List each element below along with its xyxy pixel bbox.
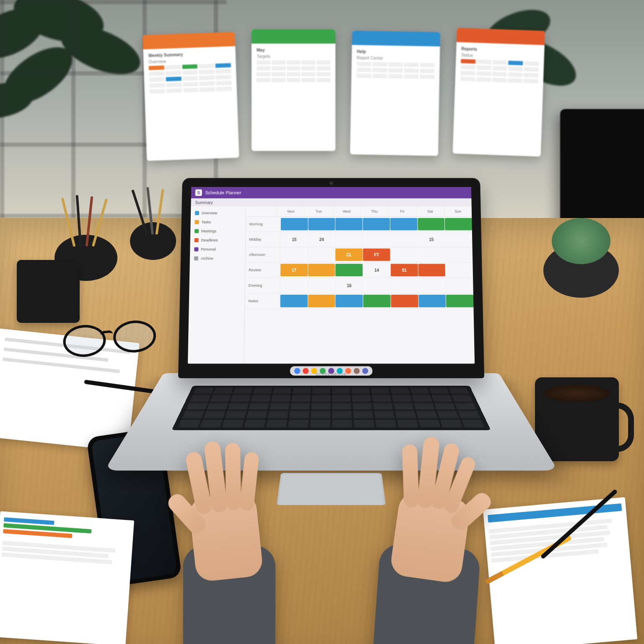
grid-cell-2-3[interactable]: FT bbox=[363, 247, 390, 262]
schedule-block[interactable] bbox=[308, 264, 335, 276]
grid-cell-2-0[interactable] bbox=[280, 247, 308, 262]
schedule-block[interactable] bbox=[418, 295, 446, 307]
app-window: S Schedule Planner Summary OverviewTasks… bbox=[188, 187, 475, 364]
grid-cell-4-6[interactable] bbox=[445, 278, 473, 293]
schedule-block[interactable] bbox=[418, 218, 445, 230]
sidebar-swatch-icon bbox=[195, 211, 199, 215]
bg-card-2-head bbox=[252, 29, 335, 44]
column-header-0[interactable]: Mon bbox=[277, 207, 305, 216]
schedule-block[interactable] bbox=[391, 295, 418, 307]
grid-cell-3-6[interactable] bbox=[445, 262, 473, 278]
grid-cell-0-0[interactable] bbox=[280, 217, 308, 231]
dock-app-icon-1[interactable] bbox=[303, 368, 309, 374]
grid-cell-0-4[interactable] bbox=[390, 217, 418, 231]
grid-cell-5-2[interactable] bbox=[335, 293, 363, 309]
column-header-4[interactable]: Fri bbox=[388, 207, 416, 216]
bg-card-3-sub: Report Center bbox=[357, 55, 435, 61]
grid-cell-1-5[interactable]: 15 bbox=[417, 232, 445, 247]
schedule-block[interactable] bbox=[446, 295, 473, 307]
sidebar-item-4[interactable]: Personal bbox=[192, 246, 243, 253]
grid-cell-5-5[interactable] bbox=[418, 293, 446, 309]
grid-cell-4-3[interactable] bbox=[363, 278, 390, 293]
grid-cell-3-2[interactable] bbox=[335, 262, 363, 278]
column-header-2[interactable]: Wed bbox=[332, 207, 360, 216]
schedule-block[interactable] bbox=[445, 218, 472, 230]
dock-app-icon-7[interactable] bbox=[354, 368, 360, 374]
coffee-mug bbox=[535, 377, 619, 461]
grid-cell-2-5[interactable] bbox=[418, 247, 445, 262]
grid-cell-5-3[interactable] bbox=[363, 293, 390, 309]
schedule-block[interactable]: 01 bbox=[391, 264, 418, 276]
schedule-block[interactable] bbox=[418, 264, 445, 276]
grid-cell-3-1[interactable] bbox=[308, 262, 335, 278]
schedule-block[interactable] bbox=[335, 295, 363, 307]
grid-cell-3-3[interactable]: 14 bbox=[363, 262, 390, 278]
schedule-block[interactable] bbox=[335, 264, 363, 276]
sidebar-swatch-icon bbox=[195, 238, 199, 242]
grid-cell-4-5[interactable] bbox=[418, 278, 446, 293]
sidebar-item-5[interactable]: Archive bbox=[192, 255, 243, 262]
schedule-block[interactable] bbox=[390, 218, 418, 230]
grid-cell-1-3[interactable] bbox=[363, 232, 390, 247]
grid-cell-2-6[interactable] bbox=[445, 247, 473, 262]
grid-cell-1-1[interactable]: 24 bbox=[308, 232, 335, 247]
right-hand bbox=[334, 422, 514, 644]
grid-cell-0-3[interactable] bbox=[363, 217, 390, 231]
grid-cell-0-1[interactable] bbox=[308, 217, 335, 231]
grid-cell-3-5[interactable] bbox=[418, 262, 445, 278]
grid-cell-0-6[interactable] bbox=[444, 217, 472, 231]
sidebar-item-label: Meetings bbox=[201, 229, 216, 233]
grid-row-4: Evening16 bbox=[245, 278, 473, 293]
grid-cell-5-1[interactable] bbox=[307, 293, 335, 309]
schedule-block[interactable]: CL bbox=[335, 249, 363, 261]
grid-cell-4-0[interactable] bbox=[280, 278, 308, 293]
grid-cell-1-0[interactable]: 15 bbox=[280, 232, 308, 247]
schedule-block[interactable] bbox=[308, 295, 335, 307]
grid-cell-1-6[interactable] bbox=[445, 232, 473, 247]
sidebar-item-label: Tasks bbox=[201, 220, 211, 224]
grid-cell-3-4[interactable]: 01 bbox=[390, 262, 418, 278]
grid-cell-3-0[interactable]: 17 bbox=[280, 262, 308, 278]
grid-cell-4-4[interactable] bbox=[390, 278, 418, 293]
bg-card-2-title: May bbox=[257, 48, 330, 52]
grid-cell-4-1[interactable] bbox=[308, 278, 335, 293]
dock-app-icon-8[interactable] bbox=[362, 368, 368, 374]
grid-cell-4-2[interactable]: 16 bbox=[335, 278, 363, 293]
grid-cell-0-5[interactable] bbox=[417, 217, 445, 231]
keyboard bbox=[171, 386, 491, 430]
grid-cell-2-1[interactable] bbox=[308, 247, 335, 262]
grid-cell-0-2[interactable] bbox=[335, 217, 362, 231]
laptop-screen: S Schedule Planner Summary OverviewTasks… bbox=[178, 178, 484, 378]
grid-row-0: Morning bbox=[246, 217, 472, 232]
print-left bbox=[0, 511, 134, 644]
column-header-3[interactable]: Thu bbox=[360, 207, 388, 216]
schedule-block[interactable] bbox=[363, 295, 390, 307]
schedule-block[interactable] bbox=[363, 218, 390, 230]
grid-cell-1-2[interactable] bbox=[335, 232, 362, 247]
sidebar-item-1[interactable]: Tasks bbox=[193, 219, 243, 226]
schedule-block[interactable] bbox=[280, 295, 307, 307]
schedule-block[interactable]: 17 bbox=[280, 264, 308, 276]
column-header-5[interactable]: Sat bbox=[416, 207, 444, 216]
grid-cell-5-4[interactable] bbox=[390, 293, 418, 309]
scene-root: Weekly Summary Overview May Targets Help… bbox=[0, 0, 644, 644]
grid-cell-2-4[interactable] bbox=[390, 247, 418, 262]
bg-card-4-sub: Status bbox=[461, 53, 539, 60]
grid-cell-2-2[interactable]: CL bbox=[335, 247, 363, 262]
left-hand bbox=[149, 429, 312, 644]
schedule-block[interactable] bbox=[335, 218, 362, 230]
schedule-block[interactable] bbox=[308, 218, 335, 230]
schedule-block[interactable] bbox=[281, 218, 308, 230]
sidebar-item-0[interactable]: Overview bbox=[193, 210, 243, 216]
grid-cell-5-0[interactable] bbox=[280, 293, 307, 309]
column-header-6[interactable]: Sun bbox=[444, 207, 472, 216]
grid-cell-5-6[interactable] bbox=[446, 293, 474, 309]
dock-app-icon-0[interactable] bbox=[294, 368, 300, 374]
bg-card-3: Help Report Center bbox=[350, 31, 440, 156]
sidebar-item-3[interactable]: Deadlines bbox=[193, 237, 243, 244]
grid-cell-1-4[interactable] bbox=[390, 232, 418, 247]
schedule-block[interactable]: FT bbox=[363, 249, 390, 261]
column-headers: MonTueWedThuFriSatSun bbox=[246, 207, 472, 217]
column-header-1[interactable]: Tue bbox=[305, 207, 332, 216]
sidebar-item-2[interactable]: Meetings bbox=[193, 228, 243, 234]
